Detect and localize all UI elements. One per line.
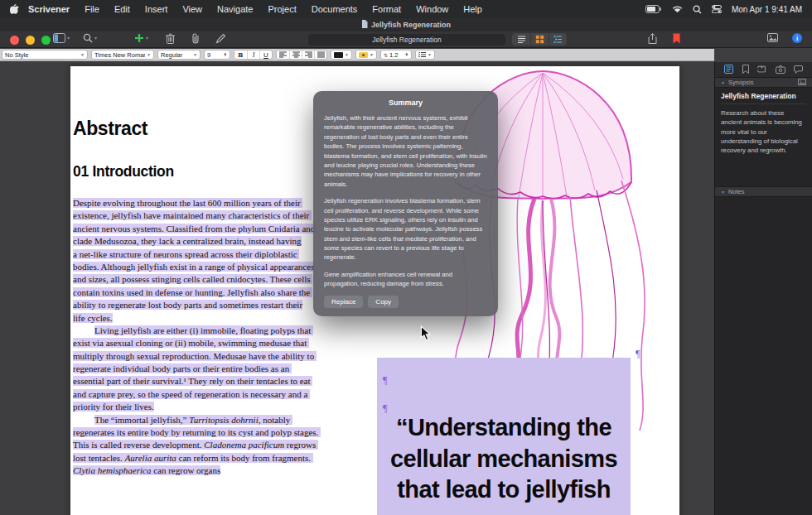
format-bar: No Style▼ Times New Roman▼ Regular▼ 9 ▲▼…	[0, 49, 714, 61]
menu-item-scrivener[interactable]: Scrivener	[21, 4, 77, 14]
align-center-button[interactable]	[289, 51, 302, 59]
line-spacing-control[interactable]: ⇅ 1.2 ▲▼	[380, 50, 412, 60]
corkboard-view-button[interactable]	[530, 33, 549, 46]
copy-button[interactable]: Copy	[368, 296, 399, 308]
binder-toggle-button[interactable]: ▾	[53, 33, 70, 43]
snapshots-tab-icon[interactable]	[776, 62, 785, 77]
synopsis-image-icon[interactable]	[798, 79, 806, 87]
font-variant-dropdown[interactable]: Regular▼	[157, 50, 201, 60]
bookmark-button[interactable]	[673, 33, 680, 44]
document-view-button[interactable]	[512, 33, 530, 46]
spotlight-search-icon[interactable]	[693, 5, 702, 14]
paragraph: The “immortal jellyfish,” Turritopsis do…	[73, 414, 321, 478]
menu-item-help[interactable]: Help	[456, 4, 490, 14]
menubar-clock[interactable]: Mon Apr 1 9:41 AM	[732, 5, 802, 14]
wifi-icon[interactable]	[672, 5, 683, 13]
compose-button[interactable]	[215, 33, 226, 44]
synopsis-section-header[interactable]: ▼ Synopsis	[715, 77, 812, 88]
bold-button[interactable]: B	[234, 51, 247, 59]
synopsis-card[interactable]: Jellyfish Regeneration Research about th…	[715, 88, 812, 159]
trash-button[interactable]	[166, 33, 175, 44]
paragraph: Living jellyfish are either (i) immobile…	[73, 325, 321, 414]
menu-item-edit[interactable]: Edit	[107, 4, 138, 14]
align-right-button[interactable]	[302, 51, 314, 59]
summary-popup: Summary Jellyfish, with their ancient ne…	[313, 91, 498, 316]
align-left-button[interactable]	[277, 51, 289, 59]
menu-item-window[interactable]: Window	[408, 4, 456, 14]
synopsis-title: Jellyfish Regeneration	[721, 92, 806, 104]
highlight-color-swatch: a	[359, 52, 368, 58]
list-style-control[interactable]: ▼	[415, 50, 435, 60]
notes-section-header[interactable]: ▼ Notes	[715, 186, 812, 197]
inspector-info-button[interactable]: i	[792, 33, 802, 43]
document-icon	[361, 20, 368, 30]
pull-quote-block[interactable]: “Understanding the cellular mechanisms t…	[377, 358, 631, 515]
pilcrow-mark: ¶	[383, 374, 387, 387]
heading-abstract: Abstract	[73, 118, 147, 140]
highlight-color-well[interactable]: a▼	[355, 50, 377, 60]
outline-view-button[interactable]	[549, 33, 567, 46]
document-title-field[interactable]: Jellyfish Regeneration	[308, 34, 505, 46]
inspector-tab-bar	[715, 62, 812, 77]
text-color-well[interactable]: ▼	[331, 50, 352, 60]
menu-item-view[interactable]: View	[175, 4, 210, 14]
summary-popup-title: Summary	[313, 91, 498, 113]
pull-quote-text: “Understanding the cellular mechanisms t…	[377, 358, 631, 506]
align-justify-button[interactable]	[314, 51, 326, 59]
bookmarks-tab-icon[interactable]	[742, 62, 749, 77]
alignment-group	[276, 50, 327, 60]
view-mode-segmented-control	[512, 33, 567, 46]
font-size-stepper[interactable]: 9 ▲▼	[204, 50, 230, 60]
paragraph: Despite evolving throughout the last 600…	[73, 197, 321, 325]
metadata-tab-icon[interactable]	[757, 62, 766, 77]
chevron-down-icon: ▼	[721, 80, 725, 85]
pilcrow-mark: ¶	[636, 348, 640, 360]
text-color-swatch	[334, 52, 343, 58]
window-title-bar: Jellyfish Regeneration	[0, 18, 812, 31]
chevron-down-icon: ▼	[721, 190, 725, 195]
paragraph: Gene amplification enhances cell renewal…	[324, 270, 487, 289]
mouse-cursor	[420, 325, 432, 344]
underline-button[interactable]: U	[259, 51, 272, 59]
menu-item-documents[interactable]: Documents	[304, 4, 365, 14]
toolbar: ▾ ▾ ▾ Jellyfish Regeneration i	[0, 31, 812, 48]
style-dropdown[interactable]: No Style▼	[2, 50, 88, 60]
synopsis-header-label: Synopsis	[728, 79, 753, 86]
search-button[interactable]: ▾	[83, 33, 97, 43]
zoom-window-button[interactable]	[41, 36, 51, 45]
menu-item-project[interactable]: Project	[260, 4, 303, 14]
notes-tab-icon[interactable]	[724, 62, 733, 77]
control-center-icon[interactable]	[712, 5, 722, 13]
heading-introduction: 01 Introduction	[73, 163, 174, 180]
synopsis-body[interactable]: Research about these ancient animals is …	[721, 104, 806, 155]
media-button[interactable]	[767, 33, 778, 42]
window-controls	[10, 36, 51, 45]
italic-button[interactable]: I	[247, 51, 259, 59]
apple-menu-icon[interactable]	[10, 3, 19, 16]
text-style-group: B I U	[234, 50, 273, 60]
menu-item-navigate[interactable]: Navigate	[210, 4, 260, 14]
paragraph: Jellyfish, with their ancient nervous sy…	[324, 113, 487, 189]
font-dropdown[interactable]: Times New Roman▼	[91, 50, 154, 60]
battery-icon[interactable]	[645, 5, 662, 13]
attach-button[interactable]	[191, 33, 200, 44]
replace-button[interactable]: Replace	[324, 296, 363, 308]
menu-bar: Scrivener File Edit Insert View Navigate…	[0, 0, 812, 18]
share-button[interactable]	[648, 33, 657, 44]
inspector-panel: ▼ Synopsis Jellyfish Regeneration Resear…	[714, 62, 812, 515]
window-title: Jellyfish Regeneration	[371, 21, 451, 29]
paragraph: Jellyfish regeneration involves blastema…	[324, 196, 487, 262]
notes-header-label: Notes	[728, 188, 745, 195]
close-window-button[interactable]	[10, 36, 19, 45]
menu-item-format[interactable]: Format	[365, 4, 408, 14]
minimize-window-button[interactable]	[26, 36, 35, 45]
info-icon: i	[792, 33, 802, 43]
comments-tab-icon[interactable]	[794, 62, 803, 77]
summary-popup-body: Jellyfish, with their ancient nervous sy…	[313, 113, 498, 289]
add-item-button[interactable]: ▾	[134, 33, 148, 43]
menu-item-file[interactable]: File	[77, 4, 107, 14]
menu-item-insert[interactable]: Insert	[138, 4, 176, 14]
pilcrow-mark: ¶	[383, 402, 387, 415]
document-body-text[interactable]: Despite evolving throughout the last 600…	[73, 197, 321, 478]
